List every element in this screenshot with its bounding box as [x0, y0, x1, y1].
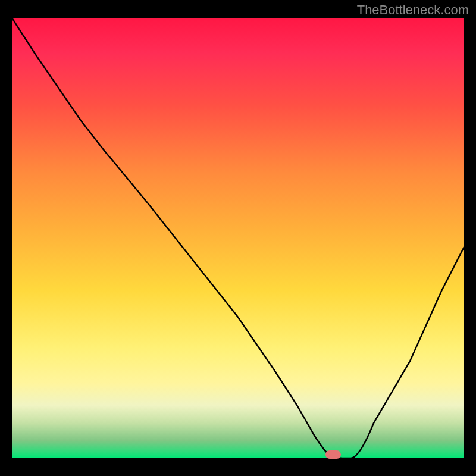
curve-svg [12, 18, 464, 458]
optimal-marker [325, 450, 341, 459]
x-axis-line [12, 458, 464, 459]
bottleneck-curve-path [12, 18, 464, 458]
plot-area [12, 18, 464, 458]
chart-container: TheBottleneck.com [0, 0, 476, 476]
watermark-text: TheBottleneck.com [357, 2, 469, 18]
